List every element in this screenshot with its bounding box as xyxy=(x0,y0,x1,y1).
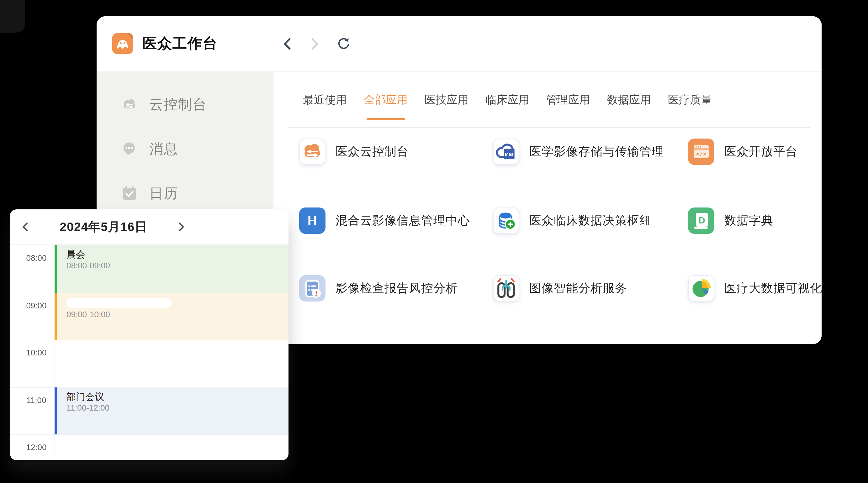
sidebar-item-messages[interactable]: 消息 xyxy=(97,127,274,171)
hour-gridline xyxy=(10,340,288,341)
stage: 医众工作台 xyxy=(0,0,868,483)
calendar-event-redacted[interactable]: 09:00-10:00 xyxy=(55,292,288,340)
sidebar-item-label: 消息 xyxy=(149,139,178,158)
app-item-label: 混合云影像信息管理中心 xyxy=(336,213,470,229)
calendar-event-morning-meeting[interactable]: 晨会 08:00-09:00 xyxy=(55,245,288,292)
h-label: H xyxy=(308,214,317,228)
app-item-label: 数据字典 xyxy=(724,213,773,229)
time-label: 09:00 xyxy=(10,300,55,310)
tab-admin-apps[interactable]: 管理应用 xyxy=(546,92,590,107)
sidebar-item-cloud-console[interactable]: 云控制台 xyxy=(97,82,274,127)
tab-divider xyxy=(288,127,810,128)
event-time: 11:00-12:00 xyxy=(66,403,110,412)
calendar-date-title: 2024年5月16日 xyxy=(60,219,147,235)
app-item-open-platform[interactable]: </> 医众开放平台 xyxy=(688,138,798,165)
forward-button[interactable] xyxy=(308,37,322,51)
tab-clinical-apps[interactable]: 临床应用 xyxy=(486,92,529,107)
time-label: 08:00 xyxy=(10,253,55,263)
d-label: D xyxy=(699,215,705,225)
app-item-data-dictionary[interactable]: D 数据字典 xyxy=(688,207,773,234)
app-item-label: 影像检查报告风控分析 xyxy=(336,280,458,296)
app-item-clinical-data-hub[interactable]: 医众临床数据决策枢纽 xyxy=(493,207,652,234)
tab-medtech-apps[interactable]: 医技应用 xyxy=(425,92,468,107)
app-item-label: 医众开放平台 xyxy=(724,143,798,160)
app-item-hybrid-cloud-center[interactable]: H 混合云影像信息管理中心 xyxy=(299,207,470,234)
half-hour-gridline xyxy=(55,363,288,364)
hour-gridline xyxy=(10,434,288,435)
calendar-header: 2024年5月16日 xyxy=(10,210,288,245)
calendar-panel: 2024年5月16日 08:00 09:00 10:00 11:00 12:00… xyxy=(10,210,288,460)
app-item-imaging-storage[interactable]: Mas 医学影像存储与传输管理 xyxy=(493,138,664,165)
time-label: 10:00 xyxy=(10,348,55,357)
report-alert-icon xyxy=(299,275,326,301)
tab-recent[interactable]: 最近使用 xyxy=(303,92,347,107)
code-label: </> xyxy=(696,151,707,157)
app-item-label: 医众云控制台 xyxy=(336,143,409,160)
event-time: 08:00-09:00 xyxy=(66,261,110,270)
app-item-big-data-visualization[interactable]: 医疗大数据可视化 xyxy=(688,275,822,301)
dictionary-icon: D xyxy=(688,207,714,234)
app-item-label: 图像智能分析服务 xyxy=(529,280,627,296)
sidebar-item-label: 日历 xyxy=(149,184,178,203)
cloud-console-icon xyxy=(121,96,138,113)
nav-controls xyxy=(280,16,350,71)
calendar-check-icon xyxy=(121,185,138,202)
calendar-next-button[interactable] xyxy=(176,221,187,232)
event-time: 09:00-10:00 xyxy=(66,309,110,319)
calendar-day-grid: 08:00 09:00 10:00 11:00 12:00 晨会 08:00-0… xyxy=(10,245,288,460)
database-plus-icon xyxy=(494,207,519,234)
calendar-event-department-meeting[interactable]: 部门会议 11:00-12:00 xyxy=(55,387,288,434)
sidebar-item-label: 云控制台 xyxy=(149,95,207,114)
code-window-icon: </> xyxy=(688,138,714,165)
lungs-icon xyxy=(494,275,519,301)
cloud-mas-icon: Mas xyxy=(494,138,519,165)
app-item-report-risk-analysis[interactable]: 影像检查报告风控分析 xyxy=(299,275,458,301)
calendar-prev-button[interactable] xyxy=(19,221,30,232)
refresh-button[interactable] xyxy=(336,37,350,51)
window-header: 医众工作台 xyxy=(97,16,822,71)
app-item-label: 医众临床数据决策枢纽 xyxy=(529,213,652,229)
app-item-cloud-console[interactable]: 医众云控制台 xyxy=(299,138,409,165)
app-title: 医众工作台 xyxy=(143,34,218,53)
event-title-redacted-pill xyxy=(66,298,172,308)
letter-h-icon: H xyxy=(299,207,326,234)
tab-bar: 最近使用 全部应用 医技应用 临床应用 管理应用 数据应用 医疗质量 xyxy=(303,72,712,127)
time-label: 12:00 xyxy=(10,443,55,452)
background-window-corner xyxy=(0,0,25,33)
event-title: 晨会 xyxy=(66,249,85,261)
sidebar-item-calendar[interactable]: 日历 xyxy=(97,171,274,216)
tab-quality[interactable]: 医疗质量 xyxy=(668,92,712,107)
app-item-label: 医学影像存储与传输管理 xyxy=(529,143,664,160)
back-button[interactable] xyxy=(280,37,293,51)
app-item-label: 医疗大数据可视化 xyxy=(724,280,822,296)
message-icon xyxy=(121,140,138,157)
app-item-image-ai-analysis[interactable]: 图像智能分析服务 xyxy=(493,275,627,301)
tab-all-apps[interactable]: 全部应用 xyxy=(364,92,408,107)
cloud-sliders-icon xyxy=(300,138,325,165)
tab-data-apps[interactable]: 数据应用 xyxy=(607,92,651,107)
pie-chart-icon xyxy=(689,275,714,301)
content-area: 最近使用 全部应用 医技应用 临床应用 管理应用 数据应用 医疗质量 xyxy=(274,72,822,344)
time-label: 11:00 xyxy=(10,395,55,405)
app-logo-icon xyxy=(112,33,133,54)
event-title: 部门会议 xyxy=(66,391,104,403)
mas-label: Mas xyxy=(505,152,514,157)
